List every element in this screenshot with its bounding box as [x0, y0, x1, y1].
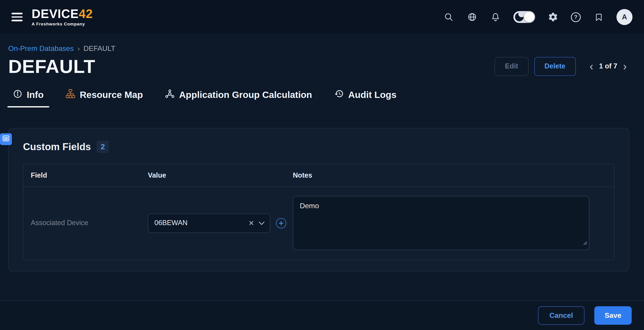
sitemap-icon [66, 89, 75, 101]
column-header-value: Value [148, 171, 293, 179]
previous-record-button[interactable]: ‹ [589, 61, 594, 72]
delete-button[interactable]: Delete [534, 57, 576, 76]
brand-logo[interactable]: DEVICE42 A Freshworks Company [32, 8, 93, 26]
tab-label: Info [26, 90, 44, 100]
custom-fields-count-badge: 2 [97, 141, 109, 153]
brand-name: DEVICE42 [32, 8, 93, 20]
record-pagination: ‹ 1 of 7 › [589, 61, 628, 72]
footer-action-bar: Cancel Save [0, 301, 644, 330]
tab-application-group-calculation[interactable]: Application Group Calculation [164, 89, 314, 107]
tab-audit-logs[interactable]: Audit Logs [332, 89, 398, 107]
avatar-initial: A [622, 13, 627, 21]
breadcrumb-current: DEFAULT [84, 44, 115, 53]
globe-icon[interactable] [466, 11, 478, 22]
header-actions: Edit Delete ‹ 1 of 7 › [495, 57, 628, 76]
bookmark-icon[interactable] [593, 11, 604, 22]
table-row: Associated Device 06BEWAN ✕ Demo [24, 187, 614, 260]
moon-icon [515, 12, 524, 21]
help-glyph: ? [574, 14, 578, 20]
custom-fields-card: Custom Fields 2 Field Value Notes Associ… [8, 128, 629, 271]
brand-accent: 42 [79, 7, 93, 20]
notifications-bell-icon[interactable] [490, 11, 501, 22]
tab-label: Audit Logs [348, 90, 396, 100]
topbar-actions: ? A [443, 9, 632, 25]
brand-subtitle: A Freshworks Company [32, 22, 93, 26]
pagination-label: 1 of 7 [599, 62, 618, 70]
tab-resource-map[interactable]: Resource Map [64, 89, 145, 107]
column-header-field: Field [31, 171, 148, 179]
title-row: DEFAULT Edit Delete ‹ 1 of 7 › [8, 55, 628, 77]
hamburger-menu-icon[interactable] [12, 13, 22, 21]
toggle-knob [524, 12, 534, 22]
side-panel-toggle-button[interactable] [0, 133, 12, 145]
associated-device-select[interactable]: 06BEWAN ✕ [148, 213, 270, 233]
notes-cell: Demo [293, 196, 590, 250]
page-header: On-Prem Databases › DEFAULT DEFAULT Edit… [0, 34, 644, 77]
chevron-down-icon [259, 219, 264, 227]
cancel-button[interactable]: Cancel [538, 306, 585, 325]
breadcrumb-separator: › [77, 44, 80, 53]
add-device-button[interactable] [276, 218, 286, 228]
app-window: DEVICE42 A Freshworks Company ? [0, 0, 644, 330]
page-title: DEFAULT [8, 55, 95, 77]
tab-label: Resource Map [80, 90, 143, 100]
clear-selection-icon[interactable]: ✕ [248, 219, 254, 226]
list-panel-icon [2, 135, 10, 143]
notes-textarea[interactable]: Demo [293, 196, 590, 250]
search-icon[interactable] [443, 11, 454, 22]
breadcrumb-parent-link[interactable]: On-Prem Databases [8, 44, 74, 53]
tab-info[interactable]: Info [12, 89, 45, 107]
detail-tabs: Info Resource Map Application Group Calc… [0, 89, 644, 107]
dark-mode-toggle[interactable] [514, 11, 535, 23]
value-cell: 06BEWAN ✕ [148, 213, 293, 233]
column-header-notes: Notes [293, 171, 607, 179]
table-header-row: Field Value Notes [24, 164, 614, 187]
top-navigation-bar: DEVICE42 A Freshworks Company ? [0, 0, 644, 34]
selected-value: 06BEWAN [154, 219, 244, 227]
history-icon [334, 89, 344, 101]
plus-icon [279, 221, 284, 225]
calculation-nodes-icon [165, 89, 174, 101]
custom-fields-title: Custom Fields [23, 141, 91, 153]
field-name-label: Associated Device [31, 219, 148, 227]
custom-fields-table: Field Value Notes Associated Device 06BE… [23, 164, 614, 260]
breadcrumb: On-Prem Databases › DEFAULT [8, 44, 628, 53]
settings-gear-icon[interactable] [548, 11, 558, 22]
help-icon[interactable]: ? [571, 12, 581, 22]
next-record-button[interactable]: › [622, 61, 628, 72]
user-avatar[interactable]: A [616, 9, 632, 25]
edit-button[interactable]: Edit [495, 57, 528, 76]
save-button[interactable]: Save [594, 306, 632, 325]
tab-label: Application Group Calculation [179, 90, 312, 100]
info-icon [13, 89, 22, 101]
custom-fields-header: Custom Fields 2 [23, 141, 614, 153]
